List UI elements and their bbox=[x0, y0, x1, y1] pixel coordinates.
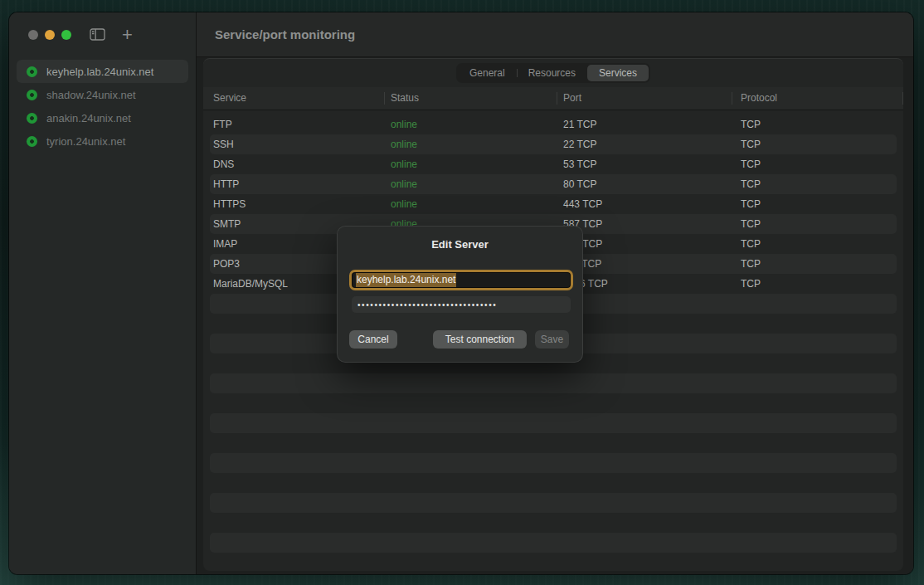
server-status-icon bbox=[27, 113, 37, 124]
save-button[interactable]: Save bbox=[535, 330, 569, 349]
column-header-status[interactable]: Status bbox=[391, 87, 419, 110]
page-title: Service/port monitoring bbox=[215, 27, 355, 41]
column-header-port[interactable]: Port bbox=[563, 87, 581, 110]
table-empty-row[interactable] bbox=[210, 373, 897, 393]
column-separator[interactable] bbox=[902, 92, 903, 105]
sidebar: + keyhelp.lab.24unix.netshadow.24unix.ne… bbox=[9, 12, 197, 574]
sidebar-item-keyhelp.lab.24unix.net[interactable]: keyhelp.lab.24unix.net bbox=[17, 60, 188, 83]
cell-protocol: TCP bbox=[741, 254, 761, 274]
cell-port: 53 TCP bbox=[563, 154, 596, 174]
password-input[interactable]: ••••••••••••••••••••••••••••••••• bbox=[352, 296, 571, 313]
table-empty-row[interactable] bbox=[210, 533, 897, 553]
table-empty-row[interactable] bbox=[210, 453, 897, 473]
column-separator[interactable] bbox=[384, 92, 385, 105]
add-server-icon[interactable]: + bbox=[122, 27, 133, 43]
table-empty-row[interactable] bbox=[210, 413, 897, 433]
column-separator[interactable] bbox=[557, 92, 557, 105]
zoom-window-button[interactable] bbox=[61, 30, 71, 40]
table-empty-row[interactable] bbox=[210, 513, 897, 533]
close-window-button[interactable] bbox=[28, 30, 38, 40]
cell-status: online bbox=[391, 115, 417, 134]
cell-protocol: TCP bbox=[741, 134, 761, 154]
table-row[interactable]: SSHonline22 TCPTCP bbox=[210, 134, 897, 154]
desktop: { "window": { "title": "Service/port mon… bbox=[0, 0, 924, 585]
cell-protocol: TCP bbox=[741, 194, 761, 214]
sidebar-item-tyrion.24unix.net[interactable]: tyrion.24unix.net bbox=[17, 129, 188, 153]
cell-port: 21 TCP bbox=[563, 115, 596, 134]
table-empty-row[interactable] bbox=[210, 433, 897, 453]
cell-status: online bbox=[391, 154, 417, 174]
tab-row: GeneralResourcesServices bbox=[203, 59, 903, 87]
cell-protocol: TCP bbox=[741, 214, 761, 234]
table-row[interactable]: HTTPonline80 TCPTCP bbox=[210, 174, 897, 194]
cell-status: online bbox=[391, 194, 417, 214]
server-label: anakin.24unix.net bbox=[46, 112, 131, 124]
cell-status: online bbox=[391, 134, 417, 154]
cell-port: 80 TCP bbox=[563, 174, 596, 194]
server-status-icon bbox=[27, 136, 37, 147]
sidebar-item-shadow.24unix.net[interactable]: shadow.24unix.net bbox=[17, 83, 188, 106]
dialog-title: Edit Server bbox=[337, 238, 583, 251]
server-status-icon bbox=[27, 90, 37, 100]
cell-service: POP3 bbox=[213, 254, 240, 274]
server-list: keyhelp.lab.24unix.netshadow.24unix.neta… bbox=[9, 56, 196, 156]
test-connection-button[interactable]: Test connection bbox=[433, 330, 527, 349]
cell-protocol: TCP bbox=[741, 274, 761, 294]
cell-service: IMAP bbox=[213, 234, 237, 254]
column-header-protocol[interactable]: Protocol bbox=[741, 87, 777, 110]
cell-port: 22 TCP bbox=[563, 134, 596, 154]
cell-status: online bbox=[391, 174, 417, 194]
table-empty-row[interactable] bbox=[210, 393, 897, 413]
cell-protocol: TCP bbox=[741, 154, 761, 174]
segmented-control: GeneralResourcesServices bbox=[456, 63, 650, 83]
cell-service: HTTP bbox=[213, 174, 239, 194]
edit-server-dialog: Edit Server keyhelp.lab.24unix.net •••••… bbox=[337, 226, 583, 363]
table-row[interactable]: FTPonline21 TCPTCP bbox=[210, 115, 897, 134]
table-empty-row[interactable] bbox=[210, 553, 897, 571]
hostname-input[interactable]: keyhelp.lab.24unix.net bbox=[349, 270, 573, 290]
column-header-service[interactable]: Service bbox=[213, 87, 246, 110]
sidebar-item-anakin.24unix.net[interactable]: anakin.24unix.net bbox=[17, 106, 188, 129]
table-row[interactable]: HTTPSonline443 TCPTCP bbox=[210, 194, 897, 214]
table-empty-row[interactable] bbox=[210, 473, 897, 493]
hostname-selected-text: keyhelp.lab.24unix.net bbox=[356, 273, 456, 287]
server-label: keyhelp.lab.24unix.net bbox=[46, 66, 153, 78]
cell-service: SMTP bbox=[213, 214, 241, 234]
cell-protocol: TCP bbox=[741, 174, 761, 194]
cancel-button[interactable]: Cancel bbox=[349, 330, 397, 349]
cell-service: DNS bbox=[213, 154, 234, 174]
cell-service: SSH bbox=[213, 134, 234, 154]
cell-port: 443 TCP bbox=[563, 194, 602, 214]
cell-protocol: TCP bbox=[741, 115, 761, 134]
column-separator[interactable] bbox=[732, 92, 732, 105]
server-label: tyrion.24unix.net bbox=[46, 135, 125, 148]
table-empty-row[interactable] bbox=[210, 493, 897, 513]
tab-general[interactable]: General bbox=[458, 65, 517, 81]
tab-services[interactable]: Services bbox=[587, 65, 649, 81]
server-label: shadow.24unix.net bbox=[46, 89, 136, 101]
sidebar-toggle-icon[interactable] bbox=[90, 28, 105, 41]
cell-service: MariaDB/MySQL bbox=[213, 274, 288, 294]
sidebar-toolbar: + bbox=[9, 12, 196, 56]
server-status-icon bbox=[27, 66, 37, 77]
cell-service: HTTPS bbox=[213, 194, 246, 214]
tab-resources[interactable]: Resources bbox=[517, 65, 587, 81]
titlebar: Service/port monitoring bbox=[197, 12, 913, 57]
table-header: ServiceStatusPortProtocol bbox=[203, 87, 903, 110]
minimize-window-button[interactable] bbox=[45, 30, 55, 40]
cell-protocol: TCP bbox=[741, 234, 761, 254]
cell-service: FTP bbox=[213, 115, 232, 134]
table-row[interactable]: DNSonline53 TCPTCP bbox=[210, 154, 897, 174]
